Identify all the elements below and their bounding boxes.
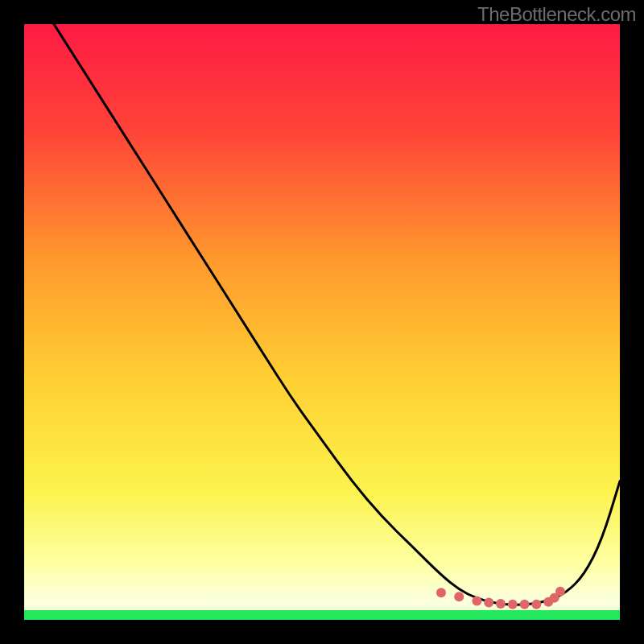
min-dot [508, 600, 518, 609]
plot-area [24, 24, 620, 620]
min-dot [484, 598, 493, 608]
bottleneck-curve [24, 24, 620, 620]
min-dot [454, 592, 464, 601]
min-dot [472, 596, 481, 605]
min-dot [531, 600, 541, 609]
curve-path [24, 24, 620, 605]
min-dot [555, 587, 565, 597]
chart-canvas: TheBottleneck.com [0, 0, 644, 644]
min-dot [436, 588, 446, 597]
min-dot [520, 600, 530, 609]
attribution-text: TheBottleneck.com [477, 3, 636, 26]
min-dot [496, 599, 506, 609]
green-baseline-bar [24, 610, 620, 620]
